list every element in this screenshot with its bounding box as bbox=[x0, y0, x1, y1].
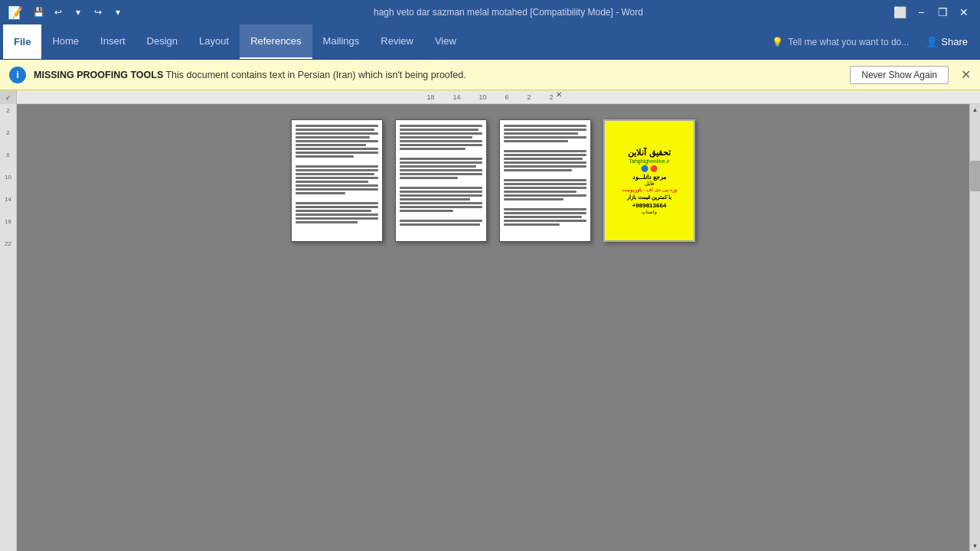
document-title: hagh veto dar sazman melal motahed [Comp… bbox=[127, 7, 890, 18]
text-line bbox=[504, 140, 568, 142]
word-icon: 📝 bbox=[6, 3, 24, 21]
tab-home[interactable]: Home bbox=[41, 24, 90, 59]
text-line bbox=[504, 187, 586, 189]
tab-review[interactable]: Review bbox=[370, 24, 424, 59]
text-line bbox=[504, 154, 586, 156]
info-close-button[interactable]: ✕ bbox=[961, 67, 971, 82]
title-bar: 📝 💾 ↩ ▾ ↪ ▾ hagh veto dar sazman melal m… bbox=[0, 0, 980, 24]
text-line bbox=[504, 183, 586, 185]
minimize-button[interactable]: − bbox=[911, 2, 931, 22]
text-line bbox=[504, 194, 586, 197]
lightbulb-icon: 💡 bbox=[772, 37, 783, 47]
ad-site: Tahghighonline.ir bbox=[629, 158, 670, 164]
save-qa-button[interactable]: 💾 bbox=[29, 3, 47, 21]
share-button[interactable]: 👤 Share bbox=[916, 24, 977, 59]
text-line bbox=[400, 173, 482, 175]
tab-view[interactable]: View bbox=[424, 24, 467, 59]
text-line bbox=[504, 169, 572, 171]
text-line bbox=[296, 136, 370, 139]
text-line bbox=[296, 184, 378, 187]
text-line bbox=[400, 140, 482, 142]
info-bar: i MISSING PROOFING TOOLS This document c… bbox=[0, 60, 980, 90]
text-line bbox=[400, 202, 482, 204]
undo-dropdown-button[interactable]: ▾ bbox=[69, 3, 87, 21]
undo-qa-button[interactable]: ↩ bbox=[49, 3, 67, 21]
text-line bbox=[296, 125, 378, 127]
never-show-again-button[interactable]: Never Show Again bbox=[850, 66, 949, 84]
text-line bbox=[400, 144, 482, 146]
tab-mailings[interactable]: Mailings bbox=[312, 24, 371, 59]
scroll-down-button[interactable]: ▼ bbox=[970, 540, 981, 551]
vertical-ruler: 2 2 6 10 14 18 22 bbox=[0, 104, 17, 551]
document-canvas[interactable]: تحقیق آنلاین Tahghighonline.ir 🔵 🔴 مرجع … bbox=[17, 104, 969, 551]
text-line bbox=[296, 181, 368, 183]
text-line bbox=[504, 223, 560, 226]
ad-title: تحقیق آنلاین bbox=[628, 147, 670, 158]
spacer bbox=[400, 214, 482, 218]
text-line bbox=[296, 144, 366, 146]
spacer bbox=[504, 202, 586, 207]
tab-design[interactable]: Design bbox=[136, 24, 188, 59]
info-title: MISSING PROOFING TOOLS bbox=[34, 70, 163, 80]
main-area: 2 2 6 10 14 18 22 bbox=[0, 104, 980, 551]
title-bar-controls: ⬜ − ❐ ✕ bbox=[890, 2, 974, 22]
text-line bbox=[296, 165, 378, 168]
ribbon-display-button[interactable]: ⬜ bbox=[890, 2, 910, 22]
text-line bbox=[400, 206, 482, 208]
text-line bbox=[504, 150, 586, 152]
tab-layout[interactable]: Layout bbox=[188, 24, 240, 59]
text-line bbox=[400, 165, 476, 168]
info-body: This document contains text in Persian (… bbox=[165, 70, 466, 80]
text-line bbox=[400, 129, 479, 131]
text-line bbox=[296, 206, 378, 208]
text-line bbox=[296, 217, 378, 220]
spacer bbox=[400, 181, 482, 185]
text-line bbox=[400, 169, 482, 171]
ad-desc: مرجع دانلـــود bbox=[632, 174, 666, 181]
text-line bbox=[296, 177, 378, 179]
text-line bbox=[296, 140, 378, 142]
text-line bbox=[296, 132, 378, 135]
redo-qa-button[interactable]: ↪ bbox=[89, 3, 107, 21]
text-line bbox=[296, 173, 374, 175]
scroll-track[interactable] bbox=[970, 115, 981, 540]
text-line bbox=[400, 198, 470, 201]
close-button[interactable]: ✕ bbox=[954, 2, 974, 22]
spacer bbox=[504, 144, 586, 148]
text-line bbox=[504, 179, 586, 181]
tab-references[interactable]: References bbox=[240, 24, 312, 59]
restore-button[interactable]: ❐ bbox=[933, 2, 952, 22]
text-line bbox=[504, 220, 586, 222]
person-icon: 👤 bbox=[926, 36, 938, 47]
spacer bbox=[296, 159, 378, 164]
ad-cta: با کمترین قیمت بازار bbox=[627, 194, 671, 201]
text-line bbox=[296, 129, 374, 131]
ad-suffix: واتساپ bbox=[642, 209, 657, 214]
ad-sub: فایل bbox=[645, 181, 654, 187]
ruler-corner: ↙ bbox=[0, 90, 17, 104]
ad-formats: ورد-پی دی اف - پاورپوینت bbox=[622, 187, 678, 193]
ad-phone: +989813664 bbox=[632, 202, 667, 209]
text-line bbox=[296, 155, 354, 158]
title-bar-left: 📝 💾 ↩ ▾ ↪ ▾ bbox=[6, 3, 127, 21]
text-line bbox=[504, 129, 586, 131]
text-line bbox=[400, 210, 453, 212]
text-line bbox=[296, 221, 358, 223]
page-3-content bbox=[500, 120, 590, 230]
text-line bbox=[504, 165, 586, 168]
tab-file[interactable]: File bbox=[3, 24, 41, 59]
info-icon: i bbox=[9, 67, 26, 83]
pages-row: تحقیق آنلاین Tahghighonline.ir 🔵 🔴 مرجع … bbox=[291, 119, 695, 242]
text-line bbox=[296, 148, 378, 150]
page-2-content bbox=[396, 120, 486, 230]
text-line bbox=[504, 136, 586, 139]
tell-me-input[interactable]: 💡 Tell me what you want to do... bbox=[764, 24, 916, 59]
text-line bbox=[504, 208, 586, 210]
tab-insert[interactable]: Insert bbox=[90, 24, 136, 59]
text-line bbox=[400, 132, 482, 135]
text-line bbox=[400, 148, 466, 150]
vertical-scrollbar[interactable]: ▲ ▼ bbox=[969, 104, 980, 551]
customize-qa-button[interactable]: ▾ bbox=[109, 3, 127, 21]
scroll-up-button[interactable]: ▲ bbox=[970, 104, 981, 115]
scroll-thumb[interactable] bbox=[970, 161, 981, 191]
